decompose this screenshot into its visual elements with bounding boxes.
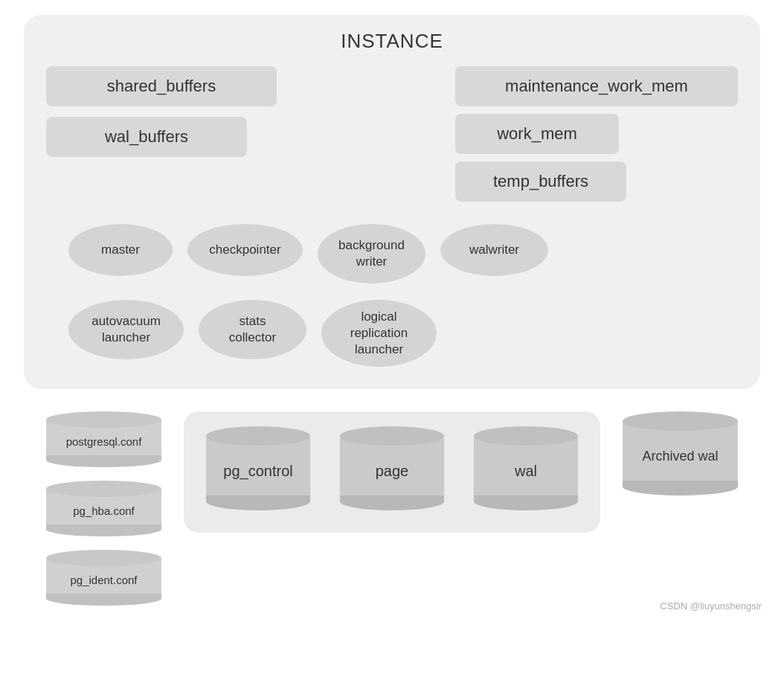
pg-control-label: pg_control — [223, 463, 292, 480]
master-process: master — [68, 224, 173, 276]
wal-label: wal — [515, 463, 537, 480]
pg-hba-conf-label: pg_hba.conf — [73, 504, 135, 517]
archived-wal-section: Archived wal — [623, 411, 738, 496]
page-cylinder: page — [340, 426, 444, 510]
dcyl-bottom — [340, 496, 444, 510]
bottom-section: postgresql.conf pg_hba.conf pg_ident.con… — [22, 411, 762, 606]
archived-wal-label: Archived wal — [642, 449, 718, 464]
postgresql-conf-label: postgresql.conf — [66, 435, 142, 448]
maintenance-work-mem-box: maintenance_work_mem — [455, 66, 738, 106]
right-memory: maintenance_work_mem work_mem temp_buffe… — [455, 66, 738, 202]
work-mem-box: work_mem — [455, 114, 619, 154]
page-label: page — [376, 463, 409, 480]
postgresql-conf-cylinder: postgresql.conf — [46, 411, 161, 467]
cyl-top — [46, 550, 161, 566]
autovacuum-process: autovacuumlauncher — [68, 300, 184, 359]
acyl-bottom — [623, 481, 738, 496]
main-container: INSTANCE shared_buffers wal_buffers main… — [0, 0, 784, 621]
wal-cylinder: wal — [474, 426, 578, 510]
dcyl-top — [474, 426, 578, 446]
config-files: postgresql.conf pg_hba.conf pg_ident.con… — [46, 411, 161, 606]
pg-hba-conf-cylinder: pg_hba.conf — [46, 481, 161, 536]
watermark: CSDN @liuyunshengsir — [660, 600, 762, 612]
left-memory: shared_buffers wal_buffers — [46, 66, 277, 202]
stats-collector-process: statscollector — [199, 300, 306, 359]
instance-title: INSTANCE — [46, 30, 738, 53]
pg-control-cylinder: pg_control — [206, 426, 310, 510]
pg-ident-conf-cylinder: pg_ident.conf — [46, 550, 161, 606]
cyl-top — [46, 411, 161, 428]
cyl-bottom — [46, 525, 161, 536]
dcyl-top — [206, 426, 310, 446]
logical-replication-process: logicalreplicationlauncher — [321, 300, 437, 367]
process-row-1: master checkpointer backgroundwriter wal… — [46, 224, 738, 283]
wal-buffers-box: wal_buffers — [46, 117, 247, 157]
bgwriter-process: backgroundwriter — [318, 224, 425, 283]
checkpointer-process: checkpointer — [187, 224, 303, 276]
acyl-top — [623, 411, 738, 431]
pg-ident-conf-label: pg_ident.conf — [70, 574, 137, 586]
cyl-bottom — [46, 594, 161, 606]
shared-buffers-box: shared_buffers — [46, 66, 277, 106]
temp-buffers-box: temp_buffers — [455, 161, 626, 202]
dcyl-bottom — [474, 496, 578, 510]
data-files-box: pg_control page wal — [184, 411, 600, 533]
instance-box: INSTANCE shared_buffers wal_buffers main… — [24, 15, 760, 389]
process-row-2: autovacuumlauncher statscollector logica… — [46, 300, 738, 367]
cyl-bottom — [46, 455, 161, 467]
cyl-top — [46, 481, 161, 497]
dcyl-bottom — [206, 496, 310, 510]
memory-area: shared_buffers wal_buffers maintenance_w… — [46, 66, 738, 202]
dcyl-top — [340, 426, 444, 446]
walwriter-process: walwriter — [440, 224, 548, 276]
